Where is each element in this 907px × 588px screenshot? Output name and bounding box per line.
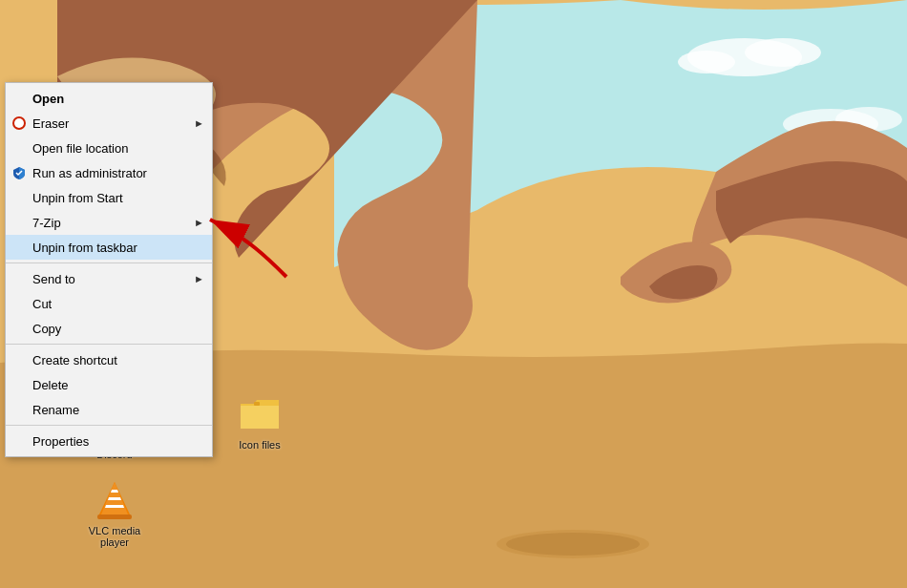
desktop: Discord Icon files	[0, 0, 907, 588]
menu-item-open[interactable]: Open	[6, 86, 212, 111]
svg-rect-11	[254, 402, 260, 406]
separator-3	[6, 425, 212, 426]
menu-item-open-file-location[interactable]: Open file location	[6, 136, 212, 160]
menu-item-eraser-label: Eraser	[32, 116, 69, 131]
menu-item-run-as-admin[interactable]: Run as administrator	[6, 160, 212, 185]
context-menu: Open Eraser ► Open file location	[5, 82, 213, 457]
menu-item-unpin-start-label: Unpin from Start	[32, 191, 123, 205]
separator-1	[6, 262, 212, 263]
menu-item-rename[interactable]: Rename	[6, 397, 212, 422]
menu-item-unpin-start[interactable]: Unpin from Start	[6, 185, 212, 210]
menu-item-7zip[interactable]: 7-Zip ►	[6, 210, 212, 235]
icon-files-image	[237, 391, 283, 437]
menu-item-open-file-location-label: Open file location	[32, 141, 128, 156]
separator-2	[6, 344, 212, 345]
svg-point-16	[14, 118, 24, 128]
svg-rect-14	[97, 514, 132, 519]
menu-item-unpin-taskbar-label: Unpin from taskbar	[32, 241, 137, 255]
menu-item-send-to[interactable]: Send to ►	[6, 266, 212, 291]
menu-item-properties-label: Properties	[32, 434, 89, 449]
menu-item-properties[interactable]: Properties	[6, 429, 212, 453]
icon-files-icon[interactable]: Icon files	[221, 391, 298, 451]
vlc-label: VLC media player	[81, 525, 148, 548]
menu-item-create-shortcut-label: Create shortcut	[32, 353, 117, 368]
7zip-submenu-arrow: ►	[194, 217, 204, 228]
menu-item-run-as-admin-label: Run as administrator	[32, 166, 147, 180]
menu-item-cut-label: Cut	[32, 297, 52, 311]
icon-files-label: Icon files	[239, 439, 280, 451]
menu-item-eraser[interactable]: Eraser ►	[6, 111, 212, 136]
menu-item-send-to-label: Send to	[32, 272, 75, 286]
vlc-icon[interactable]: VLC media player	[76, 477, 153, 548]
menu-item-7zip-label: 7-Zip	[32, 216, 61, 230]
vlc-icon-image	[92, 477, 137, 523]
send-to-submenu-arrow: ►	[194, 273, 204, 284]
menu-item-rename-label: Rename	[32, 403, 79, 417]
menu-item-cut[interactable]: Cut	[6, 291, 212, 316]
shield-icon	[10, 163, 29, 182]
menu-item-copy-label: Copy	[32, 322, 61, 336]
menu-item-create-shortcut[interactable]: Create shortcut	[6, 347, 212, 372]
eraser-submenu-arrow: ►	[194, 117, 204, 129]
menu-item-delete-label: Delete	[32, 378, 69, 392]
menu-item-open-label: Open	[32, 92, 64, 106]
menu-item-unpin-taskbar[interactable]: Unpin from taskbar	[6, 235, 212, 260]
menu-item-copy[interactable]: Copy	[6, 316, 212, 341]
menu-item-delete[interactable]: Delete	[6, 372, 212, 397]
eraser-icon	[10, 114, 29, 133]
